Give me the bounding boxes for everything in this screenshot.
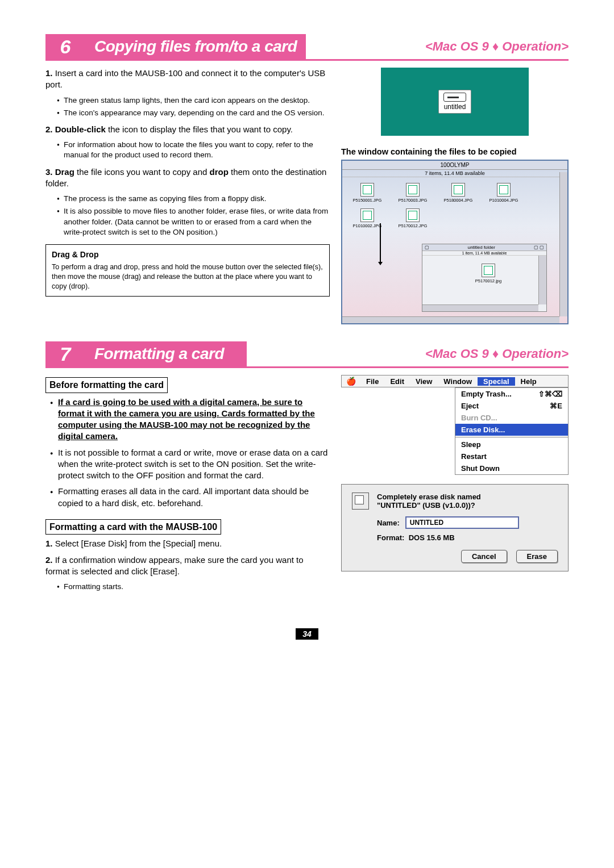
destination-window: ▢untitled folder▢ ▢ 1 item, 11.4 MB avai… <box>422 244 547 312</box>
section-7-title: Formatting a card <box>85 341 247 366</box>
scrollbar-horizontal[interactable] <box>422 304 538 311</box>
desktop-illustration: untitled <box>381 68 529 136</box>
section-6-number: 6 <box>45 34 85 61</box>
menu-shutdown[interactable]: Shut Down <box>455 462 568 474</box>
menu-empty-trash[interactable]: Empty Trash...⇧⌘⌫ <box>455 388 568 400</box>
format-value: DOS 15.6 MB <box>409 533 455 542</box>
menu-eject[interactable]: Eject⌘E <box>455 400 568 412</box>
finder-titlebar: 100OLYMP <box>342 161 567 170</box>
special-dropdown: Empty Trash...⇧⌘⌫ Eject⌘E Burn CD... Era… <box>455 387 569 475</box>
file-icon <box>451 183 465 197</box>
menu-file[interactable]: File <box>360 377 384 386</box>
file-icon <box>497 183 511 197</box>
drive-icon <box>443 93 466 102</box>
dialog-line-1: Completely erase disk named <box>377 493 481 501</box>
section-6-header: 6 Copying files from/to a card <Mac OS 9… <box>45 34 569 61</box>
before-bullet-1: If a card is going to be used with a dig… <box>50 397 330 443</box>
file-icon <box>406 208 420 222</box>
erase-dialog: Completely erase disk named "UNTITLED" (… <box>341 484 569 571</box>
fmt-step-2: 2. If a confirmation window appears, mak… <box>45 554 330 578</box>
file-icon <box>482 264 495 277</box>
menu-edit[interactable]: Edit <box>384 377 410 386</box>
formatting-with-mausb-heading: Formatting a card with the MAUSB-100 <box>45 519 221 535</box>
section-7-header: 7 Formatting a card <Mac OS 9 ♦ Operatio… <box>45 341 569 368</box>
menu-erase-disk[interactable]: Erase Disk... <box>455 424 568 436</box>
finder-window: 100OLYMP 7 items, 11.4 MB available P515… <box>341 160 569 324</box>
step-2-note-1: For information about how to locate the … <box>57 140 330 160</box>
section-7-subtitle: <Mac OS 9 ♦ Operation> <box>247 341 569 366</box>
drag-drop-title: Drag & Drop <box>52 249 323 260</box>
cancel-button[interactable]: Cancel <box>461 550 507 563</box>
menu-restart[interactable]: Restart <box>455 450 568 462</box>
fmt-step-1: 1. Select [Erase Disk] from the [Special… <box>45 538 330 549</box>
menu-window[interactable]: Window <box>438 377 478 386</box>
scrollbar-horizontal[interactable] <box>342 316 559 323</box>
step-3-note-1: The process is the same as copying files… <box>57 194 330 204</box>
section-7-number: 7 <box>45 341 85 368</box>
section-6-title: Copying files from/to a card <box>85 34 306 59</box>
menu-view[interactable]: View <box>410 377 438 386</box>
apple-menu-icon[interactable]: 🍎 <box>342 377 360 386</box>
arrow-indicator <box>380 223 381 263</box>
file-icon <box>406 183 420 197</box>
name-input[interactable]: UNTITLED <box>405 516 519 529</box>
before-bullet-3: Formatting erases all data in the card. … <box>50 486 330 509</box>
dialog-line-2: "UNTITLED" (USB (v1.0.0))? <box>377 501 481 510</box>
file-grid: P5150001.JPG P5170003.JPG P5180004.JPG P… <box>342 177 567 234</box>
menu-sleep[interactable]: Sleep <box>455 439 568 450</box>
disk-icon <box>352 493 369 510</box>
step-2: 2. Double-click the icon to display the … <box>45 124 330 135</box>
step-3-note-2: It is also possible to move files to ano… <box>57 206 330 237</box>
format-label: Format: <box>377 533 404 542</box>
fmt-step-2-note: Formatting starts. <box>57 582 330 592</box>
step-1: 1. Insert a card into the MAUSB-100 and … <box>45 68 330 91</box>
section-6-subtitle: <Mac OS 9 ♦ Operation> <box>306 34 569 59</box>
step-1-note-1: The green status lamp lights, then the c… <box>57 95 330 106</box>
name-label: Name: <box>377 519 400 527</box>
drive-icon-label: untitled <box>444 103 466 111</box>
file-icon <box>360 208 374 222</box>
drag-drop-body: To perform a drag and drop, press and ho… <box>52 262 323 291</box>
menu-special[interactable]: Special <box>478 377 515 386</box>
page-number: 34 <box>296 628 318 640</box>
before-bullet-2: It is not possible to format a card or w… <box>50 447 330 482</box>
before-formatting-heading: Before formatting the card <box>45 377 168 393</box>
menu-help[interactable]: Help <box>515 377 542 386</box>
scrollbar-vertical[interactable] <box>538 256 546 304</box>
step-1-note-2: The icon's appearance may vary, dependin… <box>57 108 330 118</box>
mac-menubar: 🍎 File Edit View Window Special Help <box>341 375 569 387</box>
finder-info: 7 items, 11.4 MB available <box>342 170 567 177</box>
file-icon <box>360 183 374 197</box>
erase-button[interactable]: Erase <box>516 550 558 563</box>
step-3: 3. Drag the file icons you want to copy … <box>45 166 330 190</box>
scrollbar-vertical[interactable] <box>559 172 567 316</box>
menu-burn-cd: Burn CD... <box>455 412 568 424</box>
finder-caption: The window containing the files to be co… <box>341 147 569 156</box>
drag-drop-box: Drag & Drop To perform a drag and drop, … <box>45 244 330 297</box>
